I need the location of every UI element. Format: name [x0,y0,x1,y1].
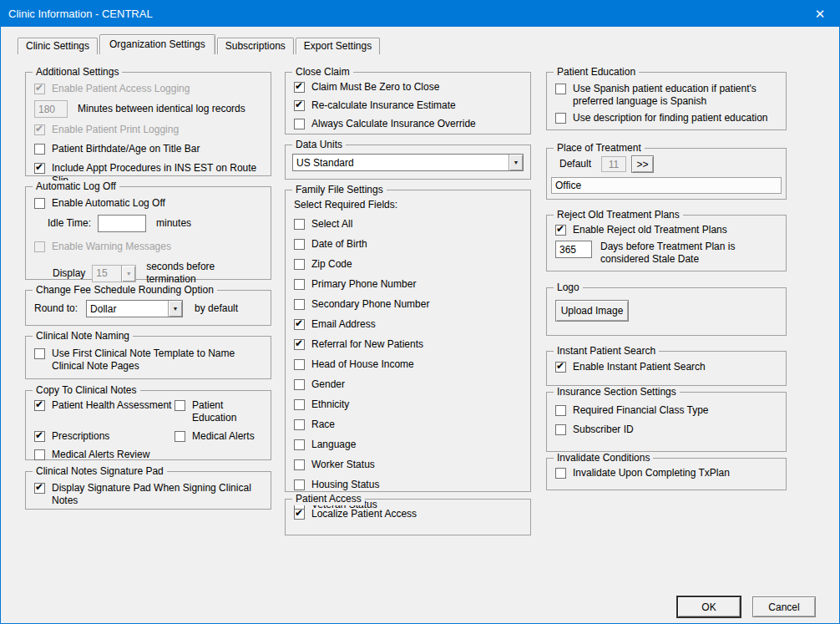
checkbox[interactable] [555,424,566,435]
checkbox[interactable] [175,431,185,442]
checkbox[interactable] [34,144,45,155]
checkbox[interactable] [555,225,566,236]
checkbox-row[interactable]: Email Address [294,318,522,331]
tab-clinic-settings[interactable]: Clinic Settings [18,38,98,54]
checkbox[interactable] [34,348,45,359]
checkbox-label: Head of House Income [311,358,414,371]
checkbox[interactable] [294,299,305,310]
checkbox-row[interactable]: Medical Alerts Review [34,449,175,461]
checkbox-row[interactable]: Secondary Phone Number [294,298,522,311]
checkbox[interactable] [294,509,305,520]
checkbox-label: Zip Code [311,258,352,271]
round-to-dropdown[interactable]: Dollar ▼ [86,300,183,317]
display-suffix-label: seconds before termination [146,261,262,286]
checkbox[interactable] [34,483,45,494]
checkbox[interactable] [294,259,305,270]
checkbox[interactable] [34,163,45,174]
group-fee-rounding: Change Fee Schedule Rounding Option Roun… [25,290,271,326]
checkbox-row[interactable]: Enable Patient Access Logging [34,83,262,95]
round-to-suffix-label: by default [195,302,238,315]
checkbox-row[interactable]: Patient Birthdate/Age on Title Bar [34,143,262,155]
checkbox-row[interactable]: Select All [294,218,522,231]
checkbox[interactable] [294,399,305,410]
checkbox-row[interactable]: Claim Must Be Zero to Close [294,81,522,94]
checkbox[interactable] [294,279,305,290]
tab-export-settings[interactable]: Export Settings [296,38,380,54]
checkbox-row[interactable]: Referral for New Patients [294,338,522,351]
checkbox[interactable] [34,431,45,442]
checkbox[interactable] [294,359,305,370]
chevron-down-icon[interactable]: ▼ [168,301,182,317]
group-data-units: Data Units US Standard ▼ [285,145,531,180]
checkbox[interactable] [294,319,305,330]
checkbox-row[interactable]: Use Spanish patient education if patient… [555,83,777,108]
copy-to-clinical-notes-grid: Patient Health Assessment Patient Educat… [34,399,262,461]
checkbox-row[interactable]: Prescriptions [34,430,175,443]
checkbox-row[interactable]: Enable Patient Print Logging [34,124,262,136]
idle-time-unit-label: minutes [156,217,191,230]
checkbox[interactable] [34,400,45,411]
checkbox-row[interactable]: Patient Health Assessment [34,399,175,424]
close-icon[interactable]: ✕ [801,1,839,27]
checkbox[interactable] [294,439,305,450]
checkbox[interactable] [34,449,45,460]
checkbox-row[interactable]: Enable Reject old Treatment Plans [555,224,777,236]
data-units-dropdown[interactable]: US Standard ▼ [292,154,524,171]
tab-subscriptions[interactable]: Subscriptions [217,38,294,54]
checkbox-row[interactable]: Head of House Income [294,358,522,371]
checkbox[interactable] [294,419,305,430]
checkbox[interactable] [34,198,45,209]
checkbox-row[interactable]: Always Calculate Insurance Override [294,118,522,130]
checkbox[interactable] [555,362,566,373]
checkbox-row[interactable]: Use First Clinical Note Template to Name… [34,348,262,373]
ok-button[interactable]: OK [677,596,741,617]
checkbox-row[interactable]: Language [294,439,522,451]
checkbox-row[interactable]: Ethnicity [294,398,522,411]
checkbox-row[interactable]: Use description for finding patient educ… [555,112,777,124]
group-copy-to-clinical-notes: Copy To Clinical Notes Patient Health As… [25,390,271,460]
checkbox-row[interactable]: Display Signature Pad When Signing Clini… [34,482,262,507]
checkbox-row[interactable]: Race [294,419,522,431]
checkbox[interactable] [555,468,566,479]
cancel-button[interactable]: Cancel [752,596,816,617]
checkbox-label: Patient Health Assessment [52,399,171,412]
checkbox-row[interactable]: Invalidate Upon Completing TxPlan [555,467,777,479]
chevron-down-icon[interactable]: ▼ [509,155,523,170]
middle-column: Close Claim Claim Must Be Zero to Close … [285,72,531,535]
checkbox[interactable] [294,239,305,250]
checkbox-row[interactable]: Medical Alerts [175,430,262,443]
checkbox-row[interactable]: Date of Birth [294,238,522,251]
checkbox-row[interactable]: Zip Code [294,258,522,271]
upload-image-button[interactable]: Upload Image [555,300,629,322]
checkbox-row[interactable]: Housing Status [294,479,522,491]
checkbox-row[interactable]: Patient Education [175,399,262,424]
checkbox-row[interactable]: Localize Patient Access [294,508,522,520]
checkbox-row[interactable]: Primary Phone Number [294,278,522,291]
tab-organization-settings[interactable]: Organization Settings [99,34,215,54]
checkbox[interactable] [294,219,305,230]
checkbox[interactable] [294,82,305,93]
group-title: Place of Treatment [554,142,645,155]
checkbox[interactable] [294,119,305,129]
checkbox[interactable] [555,113,566,124]
checkbox-row[interactable]: Subscriber ID [555,424,777,436]
checkbox-row[interactable]: Gender [294,378,522,391]
checkbox-row[interactable]: Re-calculate Insurance Estimate [294,99,522,112]
checkbox-row[interactable]: Enable Automatic Log Off [34,197,262,210]
checkbox-row[interactable]: Worker Status [294,459,522,471]
checkbox-label: Enable Automatic Log Off [52,197,165,210]
checkbox-label: Enable Patient Print Logging [52,124,179,136]
checkbox-row[interactable]: Required Financial Class Type [555,404,777,417]
checkbox[interactable] [294,100,305,111]
checkbox[interactable] [555,405,566,416]
stale-days-input[interactable]: 365 [555,241,592,258]
idle-time-input[interactable] [98,215,146,232]
checkbox[interactable] [294,379,305,390]
checkbox-row[interactable]: Enable Instant Patient Search [555,361,777,373]
checkbox[interactable] [294,459,305,470]
checkbox[interactable] [555,84,566,94]
checkbox[interactable] [294,339,305,350]
place-of-treatment-search-button[interactable]: >> [631,155,654,173]
checkbox[interactable] [175,400,185,411]
checkbox[interactable] [294,479,305,490]
